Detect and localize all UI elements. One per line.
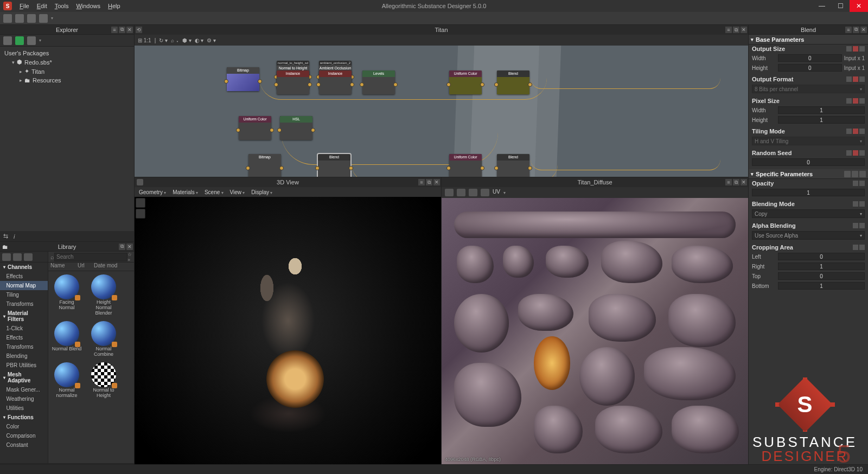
graph-item[interactable]: ▸✦ Titan [4, 67, 130, 76]
graph-node[interactable]: HSL [280, 116, 312, 140]
library-category[interactable]: ▾ Functions [0, 413, 48, 422]
library-category[interactable]: Normal Map [0, 281, 48, 290]
menu-windows[interactable]: Windows [76, 3, 100, 9]
toolbar-icon[interactable] [3, 14, 12, 23]
library-category[interactable]: Comparison [0, 431, 48, 440]
library-category[interactable]: Mask Gener... [0, 385, 48, 394]
panel-undock-icon[interactable]: ⧉ [733, 179, 739, 185]
graph-canvas[interactable]: Bitmapnormal_to_height_sdNormal to Heigh… [135, 46, 748, 177]
library-category[interactable]: Effects [0, 333, 48, 342]
library-category[interactable]: Transforms [0, 299, 48, 309]
explorer-tree[interactable]: User's Packages ▾⬢ Redo.sbs* ▸✦ Titan ▸🖿… [0, 47, 134, 231]
height-slider[interactable]: 0 [778, 64, 842, 72]
library-thumb[interactable]: Normal Blend [52, 321, 82, 357]
catbtn[interactable] [13, 253, 22, 261]
px-height-slider[interactable]: 1 [778, 116, 865, 124]
panel-close-icon[interactable]: ✕ [860, 27, 867, 33]
specific-params-header[interactable]: ▾Specific Parameters [749, 169, 868, 179]
alpha-select[interactable]: Use Source Alpha [752, 231, 865, 240]
resources-item[interactable]: ▸🖿 Resources [4, 76, 130, 85]
panel-menu-icon[interactable]: ≡ [111, 27, 118, 33]
graph-node[interactable]: Instance [277, 71, 309, 94]
graph-node[interactable]: Blend [497, 154, 529, 177]
seed-slider[interactable]: 0 [752, 158, 865, 166]
menu-edit[interactable]: Edit [37, 3, 47, 9]
3d-view-canvas[interactable] [135, 197, 441, 474]
library-category[interactable]: Transforms [0, 342, 48, 351]
menu-view[interactable]: View [230, 189, 245, 195]
library-category[interactable]: 1-Click [0, 324, 48, 333]
catbtn[interactable] [24, 253, 33, 261]
library-category[interactable]: Utilities [0, 403, 48, 413]
col-url[interactable]: Url [78, 262, 94, 271]
graph-node[interactable]: Blend [497, 71, 529, 94]
2d-tool-icon[interactable] [481, 189, 489, 196]
panel-undock-icon[interactable]: ⧉ [119, 244, 125, 250]
tab-icon[interactable]: i [14, 233, 15, 240]
library-thumb[interactable]: Normal to Height [88, 362, 119, 398]
inherit-width[interactable]: Input x 1 [844, 55, 865, 61]
library-category[interactable]: ▾ Material Filters [0, 309, 48, 324]
library-search-input[interactable] [54, 253, 127, 261]
crop-right-slider[interactable]: 1 [778, 262, 865, 270]
col-name[interactable]: Name [50, 262, 78, 271]
graph-node[interactable]: Uniform Color [239, 116, 271, 140]
library-thumb[interactable]: Normal Combine [88, 321, 119, 357]
toolbar-icon[interactable] [39, 14, 48, 23]
panel-menu-icon[interactable]: ≡ [418, 179, 425, 185]
panel-undock-icon[interactable]: ⧉ [733, 27, 739, 33]
minimize-button[interactable]: — [813, 0, 831, 12]
menu-display[interactable]: Display [251, 189, 272, 195]
blendmode-select[interactable]: Copy [752, 209, 865, 218]
panel-menu-icon[interactable]: ≡ [725, 27, 732, 33]
act-icon[interactable] [852, 171, 858, 177]
inherit-height[interactable]: Input x 1 [844, 65, 865, 71]
2d-tool-icon[interactable] [469, 189, 477, 196]
library-category[interactable]: Constant [0, 440, 48, 450]
library-thumb[interactable]: Height Normal Blender [88, 274, 119, 316]
crop-bottom-slider[interactable]: 1 [778, 282, 865, 290]
graph-node[interactable]: Bitmap [248, 154, 281, 177]
library-thumb[interactable]: Normal normalize [52, 362, 82, 398]
new-icon[interactable] [3, 36, 12, 45]
px-width-slider[interactable]: 1 [778, 106, 865, 114]
library-category[interactable]: PBR Utilities [0, 361, 48, 370]
toolbar-icon[interactable] [15, 14, 24, 23]
library-category[interactable]: Effects [0, 272, 48, 281]
menu-help[interactable]: Help [108, 3, 120, 9]
output-format-select[interactable]: 8 Bits per channel [752, 85, 865, 93]
opacity-slider[interactable]: 1 [752, 189, 865, 196]
library-category[interactable]: ▾ Mesh Adaptive [0, 370, 48, 385]
graph-node[interactable]: Uniform Color [449, 71, 482, 94]
library-category[interactable]: ▾ Channels [0, 262, 48, 272]
cook-icon[interactable] [27, 36, 36, 45]
tab-icon[interactable]: ⇆ [3, 233, 8, 240]
close-button[interactable]: ✕ [850, 0, 868, 12]
crop-left-slider[interactable]: 0 [778, 253, 865, 260]
catbtn[interactable] [2, 253, 11, 261]
graph-node[interactable]: Uniform Color [449, 154, 482, 177]
panel-close-icon[interactable]: ✕ [433, 179, 440, 185]
panel-undock-icon[interactable]: ⧉ [426, 179, 432, 185]
2d-view-canvas[interactable]: 4096x2048 (RGBA, 8bpc) [442, 198, 748, 464]
width-slider[interactable]: 0 [778, 54, 842, 62]
act-icon[interactable] [844, 171, 851, 177]
panel-close-icon[interactable]: ✕ [741, 179, 747, 185]
3d-tool-icon[interactable] [136, 198, 145, 208]
library-category[interactable]: Tiling [0, 290, 48, 299]
crop-top-slider[interactable]: 0 [778, 272, 865, 280]
maximize-button[interactable]: ☐ [831, 0, 850, 12]
panel-undock-icon[interactable]: ⧉ [853, 27, 859, 33]
menu-file[interactable]: File [20, 3, 29, 9]
2d-tool-icon[interactable] [457, 189, 465, 196]
menu-geometry[interactable]: Geometry [139, 189, 166, 195]
library-category[interactable]: Blending [0, 351, 48, 361]
library-category[interactable]: Color [0, 422, 48, 431]
library-categories[interactable]: ▾ Channels Effects Normal Map Tiling Tra… [0, 252, 48, 463]
panel-close-icon[interactable]: ✕ [126, 244, 133, 250]
toolbar-icon[interactable] [27, 14, 36, 23]
menu-scene[interactable]: Scene [205, 189, 224, 195]
col-date[interactable]: Date mod [94, 262, 117, 271]
panel-undock-icon[interactable]: ⧉ [119, 27, 125, 33]
panel-menu-icon[interactable]: ≡ [725, 179, 732, 185]
